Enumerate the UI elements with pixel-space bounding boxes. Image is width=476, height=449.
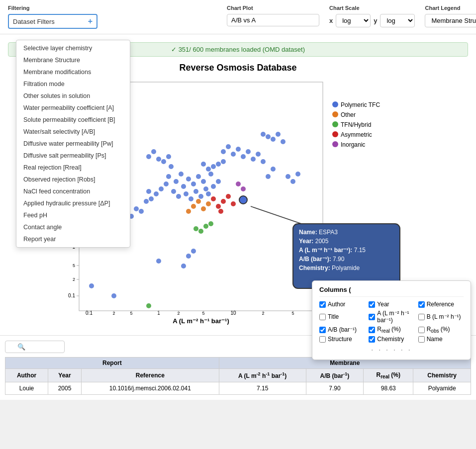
chart-plot-label: Chart Plot <box>227 5 319 11</box>
col-header-ab[interactable]: A/B (bar-1) <box>306 369 364 382</box>
col-checkbox-b[interactable] <box>418 314 425 320</box>
menu-item-real-rejection[interactable]: Real rejection [Rreal] <box>16 162 130 174</box>
columns-panel-title: Columns ( <box>319 286 464 297</box>
svg-point-126 <box>216 204 221 209</box>
menu-item-feed-ph[interactable]: Feed pH <box>16 209 130 221</box>
menu-item-filtration-mode[interactable]: Filtration mode <box>16 78 130 90</box>
svg-point-120 <box>198 229 203 234</box>
svg-point-85 <box>251 157 256 162</box>
svg-point-125 <box>211 196 216 201</box>
x-scale-select[interactable]: log linear <box>336 14 371 27</box>
svg-point-47 <box>196 174 201 179</box>
svg-point-129 <box>218 209 223 214</box>
chart-legend-select[interactable]: Membrane Structure <box>425 14 476 27</box>
svg-point-124 <box>146 303 151 308</box>
search-wrapper <box>5 341 65 353</box>
menu-item-observed-rejection[interactable]: Observed rejection [Robs] <box>16 174 130 185</box>
svg-text:Inorganic: Inorganic <box>341 141 365 148</box>
cell-chemistry: Polyamide <box>413 382 471 395</box>
svg-point-92 <box>201 162 206 167</box>
col-label-a: A (L m⁻² h⁻¹ bar⁻¹) <box>377 310 414 324</box>
col-checkbox-chemistry[interactable] <box>369 336 375 343</box>
menu-item-contact-angle[interactable]: Contact angle <box>16 221 130 233</box>
col-header-year[interactable]: Year <box>48 369 82 382</box>
col-checkbox-robs[interactable] <box>418 327 425 333</box>
svg-point-144 <box>332 121 338 127</box>
menu-item-selective-layer[interactable]: Selective layer chemistry <box>16 42 130 54</box>
svg-point-104 <box>290 179 295 184</box>
col-check-b[interactable]: B (L m⁻² h⁻¹) <box>418 310 464 324</box>
col-label-year: Year <box>377 301 389 308</box>
svg-point-58 <box>211 184 216 189</box>
col-check-ab[interactable]: A/B (bar⁻¹) <box>319 326 365 334</box>
col-checkbox-structure[interactable] <box>319 336 326 343</box>
col-header-rreal[interactable]: Rreal (%) <box>364 369 413 382</box>
menu-item-membrane-structure[interactable]: Membrane Structure <box>16 54 130 66</box>
search-input[interactable] <box>5 341 65 353</box>
svg-point-99 <box>266 134 271 139</box>
svg-point-117 <box>201 206 206 211</box>
col-check-title[interactable]: Title <box>319 310 365 324</box>
col-check-robs[interactable]: Robs (%) <box>418 326 464 334</box>
col-checkbox-author[interactable] <box>319 301 326 308</box>
col-check-author[interactable]: Author <box>319 301 365 308</box>
y-scale-select[interactable]: log linear <box>380 14 415 27</box>
filtering-label: Filtering <box>8 5 97 11</box>
highlighted-point[interactable] <box>239 196 247 204</box>
menu-item-membrane-modifications[interactable]: Membrane modifications <box>16 66 130 78</box>
col-check-rreal[interactable]: Rreal (%) <box>369 326 414 334</box>
svg-point-105 <box>295 172 300 177</box>
svg-point-122 <box>193 226 198 231</box>
svg-text:Other: Other <box>341 111 356 118</box>
data-table-wrapper: Report Membrane Author Year Reference A … <box>5 357 471 395</box>
col-header-chemistry[interactable]: Chemistry <box>413 369 471 382</box>
col-header-reference[interactable]: Reference <box>81 369 219 382</box>
col-checkbox-name[interactable] <box>418 336 425 343</box>
svg-point-146 <box>332 131 338 137</box>
col-check-structure[interactable]: Structure <box>319 336 365 343</box>
menu-item-diffusive-water[interactable]: Diffusive water permeability [Pw] <box>16 138 130 150</box>
svg-point-82 <box>236 147 241 152</box>
app-container: Filtering Dataset Filters + Selective la… <box>0 0 476 400</box>
svg-point-115 <box>191 204 196 209</box>
col-checkbox-ab[interactable] <box>319 327 326 333</box>
dataset-filters-button[interactable]: Dataset Filters + <box>8 14 97 29</box>
col-header-author[interactable]: Author <box>5 369 48 382</box>
svg-point-49 <box>203 186 208 191</box>
col-check-chemistry[interactable]: Chemistry <box>369 336 414 343</box>
menu-item-hydraulic-pressure[interactable]: Applied hydraulic pressure [ΔP] <box>16 197 130 209</box>
menu-item-nacl-feed[interactable]: NaCl feed concentration <box>16 185 130 197</box>
svg-point-61 <box>164 181 169 186</box>
svg-point-78 <box>89 283 94 288</box>
col-checkbox-a[interactable] <box>369 314 375 320</box>
col-checkbox-year[interactable] <box>369 301 375 308</box>
col-label-name: Name <box>427 336 443 343</box>
menu-item-water-perm[interactable]: Water permeability coefficient [A] <box>16 102 130 114</box>
col-check-name[interactable]: Name <box>418 336 464 343</box>
col-header-a[interactable]: A (L m-2 h-1 bar-1) <box>219 369 306 382</box>
svg-point-97 <box>166 154 171 159</box>
col-checkbox-rreal[interactable] <box>369 327 375 333</box>
cell-rreal: 98.63 <box>364 382 413 395</box>
svg-point-127 <box>221 199 226 204</box>
col-checkbox-reference[interactable] <box>418 301 425 308</box>
menu-item-water-salt-sel[interactable]: Water/salt selectivity [A/B] <box>16 126 130 138</box>
chart-scale-section: Chart Scale x log linear y log linear <box>329 5 415 27</box>
svg-text:0.1: 0.1 <box>68 293 75 298</box>
col-label-chemistry: Chemistry <box>377 336 404 343</box>
col-label-reference: Reference <box>427 301 454 308</box>
menu-item-solute-perm[interactable]: Solute permeability coefficient [B] <box>16 114 130 126</box>
menu-item-report-year[interactable]: Report year <box>16 233 130 245</box>
col-check-year[interactable]: Year <box>369 301 414 308</box>
col-check-reference[interactable]: Reference <box>418 301 464 308</box>
filtering-dropdown-menu: Selective layer chemistry Membrane Struc… <box>16 40 130 248</box>
chart-plot-input[interactable] <box>227 14 319 26</box>
svg-point-93 <box>146 154 151 159</box>
menu-item-diffusive-salt[interactable]: Diffusive salt permeability [Ps] <box>16 150 130 162</box>
menu-item-other-solutes[interactable]: Other solutes in solution <box>16 90 130 102</box>
col-check-a[interactable]: A (L m⁻² h⁻¹ bar⁻¹) <box>369 310 414 324</box>
cell-a: 7.15 <box>219 382 306 395</box>
svg-point-44 <box>181 184 186 189</box>
col-checkbox-title[interactable] <box>319 314 326 320</box>
svg-point-46 <box>191 181 196 186</box>
